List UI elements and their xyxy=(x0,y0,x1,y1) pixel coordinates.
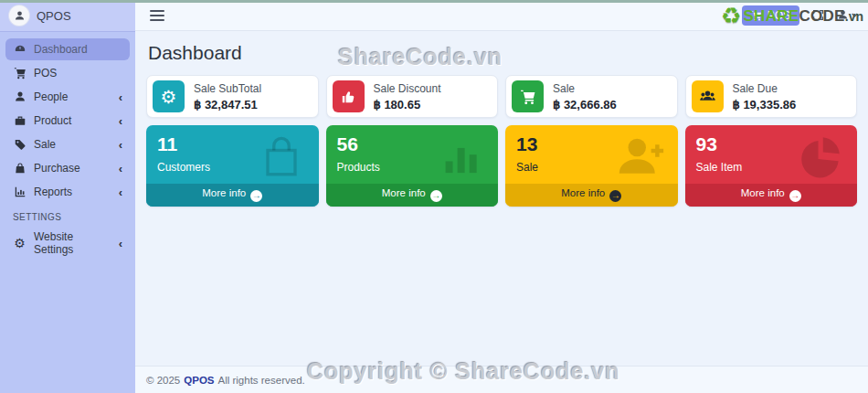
sidebar-item-pos[interactable]: POS xyxy=(5,62,130,84)
stat-card-sale: Sale ฿ 32,666.86 xyxy=(505,75,678,118)
info-box-customers: 11 Customers More info→ xyxy=(146,125,319,207)
arrow-circle-right-icon: → xyxy=(250,190,262,202)
more-info-link[interactable]: More info→ xyxy=(326,184,499,207)
footer-rights: All rights reserved. xyxy=(218,375,305,386)
page-title: Dashboard xyxy=(148,42,857,64)
more-info-link[interactable]: More info→ xyxy=(146,184,319,207)
brand[interactable]: QPOS xyxy=(0,0,135,32)
bar-chart-icon xyxy=(13,186,26,198)
user-icon xyxy=(837,9,849,21)
chevron-left-icon: ‹ xyxy=(119,186,122,198)
users-icon xyxy=(692,80,724,112)
sidebar-item-label: Reports xyxy=(34,186,111,198)
arrow-circle-right-icon: → xyxy=(430,190,442,202)
sidebar-item-label: POS xyxy=(34,67,122,80)
chevron-left-icon: ‹ xyxy=(119,139,122,151)
more-info-label: More info xyxy=(741,187,785,198)
info-box-products: 56 Products More info→ xyxy=(326,125,499,207)
gauge-icon xyxy=(13,43,26,56)
chevron-left-icon: ‹ xyxy=(119,91,122,103)
sidebar-item-reports[interactable]: Reports ‹ xyxy=(5,181,130,203)
cart-icon xyxy=(751,10,762,21)
topbar-actions: POS xyxy=(742,5,859,26)
top-progress-line xyxy=(0,0,868,3)
chevron-left-icon: ‹ xyxy=(119,115,122,127)
fullscreen-icon[interactable] xyxy=(812,9,824,21)
stat-label: Sale xyxy=(553,82,617,95)
footer-copyright-prefix: © 2025 xyxy=(146,375,180,386)
stat-value: ฿ 180.65 xyxy=(374,98,441,112)
stat-label: Sale Discount xyxy=(374,82,441,95)
stat-label: Sale SubTotal xyxy=(194,82,261,95)
footer: © 2025 QPOS All rights reserved. xyxy=(135,366,868,393)
arrow-circle-right-icon: → xyxy=(789,190,801,202)
tag-icon xyxy=(13,138,26,151)
content: Dashboard ⚙ Sale SubTotal ฿ 32,847.51 Sa… xyxy=(135,31,868,207)
user-icon xyxy=(14,10,26,22)
chevron-left-icon: ‹ xyxy=(119,163,122,175)
sidebar: QPOS Dashboard POS People ‹ xyxy=(0,0,135,393)
pie-chart-icon xyxy=(791,130,848,185)
gear-icon: ⚙ xyxy=(13,237,26,250)
stat-card-sale-discount: Sale Discount ฿ 180.65 xyxy=(326,75,499,118)
footer-brand: QPOS xyxy=(184,375,214,386)
stat-value: ฿ 32,666.86 xyxy=(553,98,617,112)
menu-toggle-icon[interactable] xyxy=(150,10,164,21)
stat-value: ฿ 19,335.86 xyxy=(733,98,797,112)
more-info-link[interactable]: More info→ xyxy=(685,184,858,207)
sidebar-item-website-settings[interactable]: ⚙ Website Settings ‹ xyxy=(5,226,130,260)
sidebar-section-header: SETTINGS xyxy=(5,205,130,226)
sidebar-item-label: Purchase xyxy=(34,162,111,175)
brand-name: QPOS xyxy=(37,9,71,23)
bag-icon xyxy=(13,162,26,175)
pos-button-label: POS xyxy=(767,9,790,22)
thumbs-up-icon xyxy=(333,80,365,112)
stat-card-sale-subtotal: ⚙ Sale SubTotal ฿ 32,847.51 xyxy=(146,75,319,118)
bar-chart-icon xyxy=(434,130,489,183)
user-avatar xyxy=(9,5,29,26)
stat-label: Sale Due xyxy=(733,82,797,95)
cart-icon xyxy=(13,67,26,80)
page: QPOS Dashboard POS People ‹ xyxy=(0,0,868,393)
sidebar-nav: Dashboard POS People ‹ Product xyxy=(0,32,135,269)
chevron-left-icon: ‹ xyxy=(119,238,122,250)
sidebar-item-purchase[interactable]: Purchase ‹ xyxy=(5,157,130,179)
person-plus-icon xyxy=(612,130,669,185)
box-icon xyxy=(13,114,26,127)
user-menu[interactable] xyxy=(837,9,859,21)
stat-card-sale-due: Sale Due ฿ 19,335.86 xyxy=(685,75,858,118)
sidebar-item-sale[interactable]: Sale ‹ xyxy=(5,133,130,155)
gear-icon: ⚙ xyxy=(153,80,185,112)
sidebar-item-label: Dashboard xyxy=(34,43,122,56)
sidebar-item-label: Website Settings xyxy=(34,230,111,256)
sidebar-item-dashboard[interactable]: Dashboard xyxy=(5,38,130,60)
more-info-label: More info xyxy=(202,187,246,198)
more-info-label: More info xyxy=(382,187,426,198)
sidebar-item-label: Product xyxy=(34,114,111,127)
stat-cards-row: ⚙ Sale SubTotal ฿ 32,847.51 Sale Discoun… xyxy=(146,75,857,118)
sidebar-item-product[interactable]: Product ‹ xyxy=(5,110,130,132)
sidebar-item-people[interactable]: People ‹ xyxy=(5,86,130,108)
stat-value: ฿ 32,847.51 xyxy=(194,98,261,112)
topbar: POS xyxy=(135,0,868,31)
more-info-link[interactable]: More info→ xyxy=(505,184,678,207)
arrow-circle-right-icon: → xyxy=(609,190,621,202)
info-boxes-row: 11 Customers More info→ 56 Products xyxy=(146,125,857,207)
info-box-sale-item: 93 Sale Item More info→ xyxy=(685,125,858,207)
pos-button[interactable]: POS xyxy=(742,5,799,26)
main-area: POS Dashboard ⚙ Sale SubTotal ฿ 32,8 xyxy=(135,0,868,393)
more-info-label: More info xyxy=(561,187,605,198)
cart-icon xyxy=(512,80,544,112)
info-box-sale: 13 Sale More info→ xyxy=(505,125,678,207)
chevron-down-icon xyxy=(851,11,859,19)
user-icon xyxy=(13,90,26,103)
shopping-bag-icon xyxy=(253,130,310,185)
sidebar-item-label: Sale xyxy=(34,138,111,151)
sidebar-item-label: People xyxy=(34,90,111,103)
